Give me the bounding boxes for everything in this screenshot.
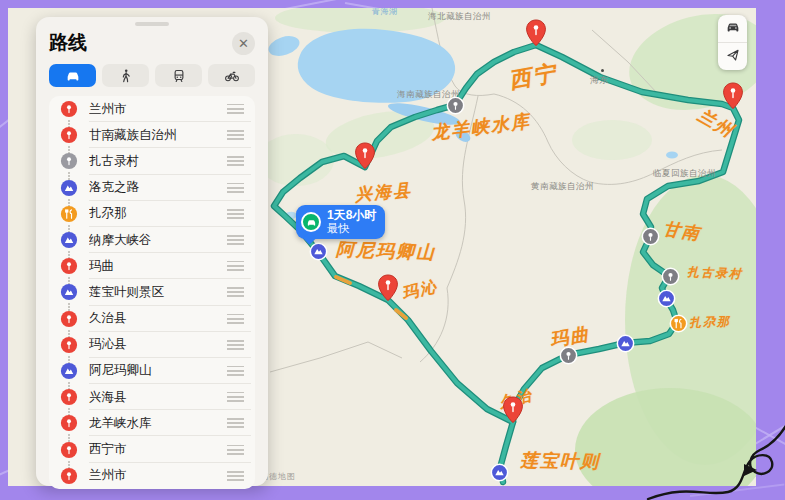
zhagana-poi[interactable]	[669, 314, 688, 337]
stop-label: 扎古录村	[89, 153, 227, 170]
tab-cycle[interactable]	[208, 64, 255, 87]
drag-handle-icon[interactable]	[227, 209, 244, 219]
route-stop-row[interactable]: 玛沁县	[49, 332, 255, 358]
route-stop-row[interactable]: 龙羊峡水库	[49, 410, 255, 436]
map-controls	[718, 15, 747, 70]
lukeroad-poi[interactable]	[657, 289, 676, 312]
drag-handle-icon[interactable]	[227, 314, 244, 324]
poi-blue-icon	[60, 283, 78, 301]
drag-handle-icon[interactable]	[227, 418, 244, 428]
route-stop-row[interactable]: 玛曲	[49, 253, 255, 279]
route-stop-row[interactable]: 阿尼玛卿山	[49, 358, 255, 384]
drag-handle-icon[interactable]	[227, 445, 244, 455]
pin-red-icon	[60, 257, 78, 275]
pin-red-icon	[60, 336, 78, 354]
stop-label: 纳摩大峡谷	[89, 232, 227, 249]
pin-red-icon	[60, 441, 78, 459]
stop-label: 莲宝叶则景区	[89, 284, 227, 301]
gannan-stop[interactable]	[641, 227, 660, 250]
poi-blue-icon	[60, 231, 78, 249]
drag-handle-icon[interactable]	[227, 471, 244, 481]
drag-handle-icon[interactable]	[227, 130, 244, 140]
poi-orange-icon	[60, 205, 78, 223]
drag-handle-icon[interactable]	[227, 287, 244, 297]
walk-icon	[118, 68, 134, 84]
route-stop-row[interactable]: 洛克之路	[49, 175, 255, 201]
pin-red-icon	[60, 388, 78, 406]
route-tag: 最快	[327, 222, 376, 235]
drag-handle-icon[interactable]	[227, 104, 244, 114]
panel-title: 路线	[49, 30, 87, 56]
drag-handle-icon[interactable]	[227, 235, 244, 245]
route-stop-row[interactable]: 兰州市	[49, 463, 255, 489]
stop-label: 阿尼玛卿山	[89, 362, 227, 379]
panel-grabber[interactable]	[135, 22, 169, 26]
drag-handle-icon[interactable]	[227, 366, 244, 376]
transport-mode-tabs	[49, 64, 255, 87]
route-stop-row[interactable]: 久治县	[49, 306, 255, 332]
drag-handle-icon[interactable]	[227, 183, 244, 193]
tab-walk[interactable]	[102, 64, 149, 87]
stop-label: 西宁市	[89, 441, 227, 458]
route-duration: 1天8小时	[327, 209, 376, 222]
pin-red-icon	[60, 126, 78, 144]
stop-label: 洛克之路	[89, 179, 227, 196]
car-icon	[65, 68, 81, 84]
route-panel: 路线 ✕ 兰州市甘南藏族自治州扎古录村洛克之路扎尕那纳摩大峡谷玛曲莲宝叶则景区久…	[36, 17, 268, 486]
car-icon	[725, 19, 741, 39]
pin-red-icon	[60, 100, 78, 118]
route-stops-list: 兰州市甘南藏族自治州扎古录村洛克之路扎尕那纳摩大峡谷玛曲莲宝叶则景区久治县玛沁县…	[49, 96, 255, 489]
zhagulu-stop[interactable]	[661, 267, 680, 290]
locate-button[interactable]	[718, 43, 747, 70]
route-stop-row[interactable]: 扎古录村	[49, 148, 255, 174]
navigate-icon	[725, 47, 741, 67]
stop-label: 玛沁县	[89, 336, 227, 353]
route-stop-row[interactable]: 纳摩大峡谷	[49, 227, 255, 253]
drive-mode-button[interactable]	[718, 15, 747, 43]
stop-label: 兰州市	[89, 101, 227, 118]
stop-label: 扎尕那	[89, 205, 227, 222]
fastest-route-icon	[301, 212, 321, 232]
transit-icon	[171, 68, 187, 84]
stop-label: 玛曲	[89, 258, 227, 275]
stop-label: 久治县	[89, 310, 227, 327]
dot-gray-icon	[60, 152, 78, 170]
route-time-bubble[interactable]: 1天8小时 最快	[296, 205, 385, 239]
route-stop-row[interactable]: 莲宝叶则景区	[49, 279, 255, 305]
maqin-pin[interactable]	[377, 274, 399, 306]
lanzhou-pin[interactable]	[722, 82, 744, 114]
drag-handle-icon[interactable]	[227, 261, 244, 271]
poi-blue-icon	[60, 179, 78, 197]
route-stop-row[interactable]: 兴海县	[49, 384, 255, 410]
longyangxia-stop[interactable]	[446, 96, 465, 119]
bike-icon	[224, 68, 240, 84]
anyemaqen-poi[interactable]	[309, 242, 328, 265]
poi-blue-icon	[60, 362, 78, 380]
pin-red-icon	[60, 414, 78, 432]
pin-red-icon	[60, 310, 78, 328]
route-stop-row[interactable]: 扎尕那	[49, 201, 255, 227]
stop-label: 兴海县	[89, 389, 227, 406]
namo-canyon-poi[interactable]	[616, 334, 635, 357]
tab-transit[interactable]	[155, 64, 202, 87]
screenshot-frame: 青海湖海北藏族自治州海东海南藏族自治州黄南藏族自治州临夏回族自治州 西宁兰州龙羊…	[0, 0, 785, 500]
tab-drive[interactable]	[49, 64, 96, 87]
lianbaoyeze-poi[interactable]	[490, 463, 509, 486]
jiuzhi-pin[interactable]	[502, 396, 524, 428]
route-stop-row[interactable]: 兰州市	[49, 96, 255, 122]
route-stop-row[interactable]: 甘南藏族自治州	[49, 122, 255, 148]
stop-label: 龙羊峡水库	[89, 415, 227, 432]
stop-label: 甘南藏族自治州	[89, 127, 227, 144]
stop-label: 兰州市	[89, 467, 227, 484]
pin-red-icon	[60, 467, 78, 485]
xinghai-pin[interactable]	[354, 142, 376, 174]
drag-handle-icon[interactable]	[227, 156, 244, 166]
drag-handle-icon[interactable]	[227, 392, 244, 402]
xining-pin[interactable]	[525, 19, 547, 51]
close-button[interactable]: ✕	[232, 32, 255, 55]
drag-handle-icon[interactable]	[227, 340, 244, 350]
route-stop-row[interactable]: 西宁市	[49, 436, 255, 462]
maqu-stop[interactable]	[559, 346, 578, 369]
